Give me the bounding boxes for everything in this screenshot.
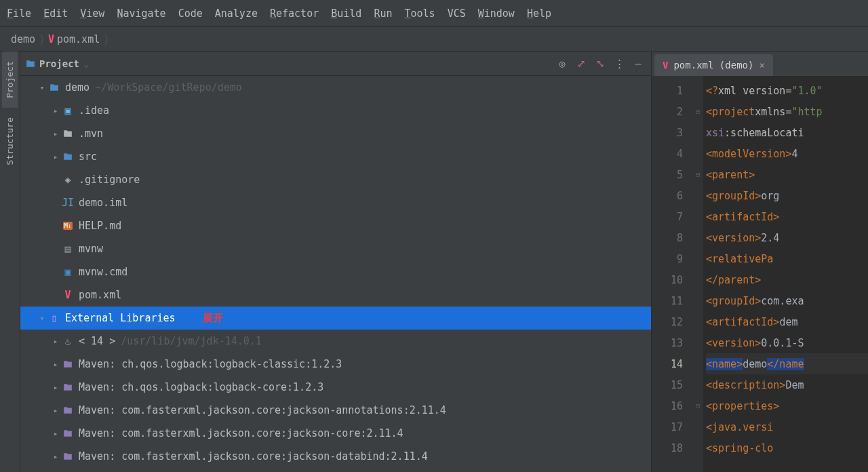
line-number[interactable]: 14 bbox=[656, 353, 683, 374]
tree-row[interactable]: ▸src bbox=[20, 145, 651, 168]
disclosure-arrow[interactable]: ▸ bbox=[50, 452, 61, 461]
disclosure-arrow[interactable]: ▸ bbox=[50, 130, 61, 138]
code-line[interactable]: <java.versi bbox=[706, 416, 868, 437]
code-line[interactable]: <version>2.4 bbox=[706, 227, 868, 248]
folder-icon bbox=[26, 59, 35, 68]
line-number[interactable]: 12 bbox=[656, 311, 683, 332]
code-line[interactable]: <parent> bbox=[706, 164, 868, 185]
code-line[interactable]: <modelVersion>4 bbox=[706, 143, 868, 164]
editor-tabs: V pom.xml (demo) × bbox=[652, 52, 868, 76]
code-line[interactable]: <properties> bbox=[706, 395, 868, 416]
tree-row[interactable]: Vpom.xml bbox=[20, 283, 651, 307]
file-icon: V bbox=[61, 289, 75, 301]
line-number[interactable]: 13 bbox=[656, 332, 683, 353]
line-number[interactable]: 3 bbox=[656, 122, 683, 143]
line-number[interactable]: 4 bbox=[656, 143, 683, 164]
line-number[interactable]: 1 bbox=[656, 80, 683, 101]
disclosure-arrow[interactable]: ▸ bbox=[50, 360, 61, 369]
line-number[interactable]: 15 bbox=[656, 374, 683, 395]
line-number[interactable]: 10 bbox=[656, 269, 683, 290]
tree-row[interactable]: JIdemo.iml bbox=[20, 191, 651, 214]
line-number[interactable]: 5 bbox=[656, 164, 683, 185]
menu-item-window[interactable]: Window bbox=[478, 7, 515, 20]
line-number[interactable]: 6 bbox=[656, 185, 683, 206]
breadcrumb-root[interactable]: demo bbox=[11, 33, 35, 45]
menu-item-code[interactable]: Code bbox=[178, 7, 203, 20]
tree-row[interactable]: ▸Maven: com.fasterxml.jackson.core:jacks… bbox=[20, 422, 651, 445]
line-number[interactable]: 7 bbox=[656, 206, 683, 227]
menu-item-vcs[interactable]: VCS bbox=[448, 7, 466, 20]
tree-row[interactable]: ◈.gitignore bbox=[20, 168, 651, 191]
tree-row[interactable]: ▣mvnw.cmd bbox=[20, 260, 651, 283]
tree-row[interactable]: ▸Maven: com.fasterxml.jackson.core:jacks… bbox=[20, 445, 651, 468]
line-number[interactable]: 2 bbox=[656, 101, 683, 122]
menu-item-edit[interactable]: Edit bbox=[43, 7, 68, 20]
tree-row[interactable]: ▸Maven: ch.qos.logback:logback-core:1.2.… bbox=[20, 376, 651, 399]
code-line[interactable]: <artifactId>dem bbox=[706, 311, 868, 332]
menu-item-help[interactable]: Help bbox=[527, 7, 551, 20]
code-line[interactable]: <project xmlns="http bbox=[706, 101, 868, 122]
disclosure-arrow[interactable]: ▾ bbox=[37, 83, 47, 92]
minimize-icon[interactable]: — bbox=[631, 56, 646, 71]
code-line[interactable]: <version>0.0.1-S bbox=[706, 332, 868, 353]
tree-row[interactable]: ▸Maven: com.fasterxml.jackson.core:jacks… bbox=[20, 399, 651, 422]
more-icon[interactable]: ⋮ bbox=[612, 56, 627, 71]
menu-item-tools[interactable]: Tools bbox=[404, 7, 435, 20]
expand-icon[interactable]: ⤢ bbox=[574, 56, 589, 71]
fold-marker[interactable]: ⊟ bbox=[692, 101, 703, 122]
tree-row[interactable]: M↓HELP.md bbox=[20, 214, 651, 237]
disclosure-arrow[interactable]: ▸ bbox=[50, 406, 61, 415]
tree-row[interactable]: ▸.mvn bbox=[20, 122, 651, 145]
disclosure-arrow[interactable]: ▸ bbox=[50, 106, 61, 115]
disclosure-arrow[interactable]: ▸ bbox=[50, 429, 61, 438]
tree-row[interactable]: ▸▣.idea bbox=[20, 99, 651, 122]
code-line[interactable]: <groupId>com.exa bbox=[706, 290, 868, 311]
code-line[interactable]: <description>Dem bbox=[706, 374, 868, 395]
maven-icon: V bbox=[48, 33, 54, 45]
collapse-icon[interactable]: ⤡ bbox=[593, 56, 608, 71]
breadcrumb-file[interactable]: pom.xml bbox=[57, 33, 100, 45]
project-tool-tab[interactable]: Project bbox=[2, 52, 18, 108]
line-number[interactable]: 17 bbox=[656, 416, 683, 437]
code-line[interactable]: </parent> bbox=[706, 269, 868, 290]
line-number[interactable]: 16 bbox=[656, 395, 683, 416]
tree-row[interactable]: ▾demo~/WorkSpace/gitRepo/demo bbox=[20, 76, 651, 99]
locate-icon[interactable]: ◎ bbox=[555, 56, 570, 71]
code-line[interactable]: <groupId>org bbox=[706, 185, 868, 206]
tree-path: /usr/lib/jvm/jdk-14.0.1 bbox=[121, 335, 262, 347]
disclosure-arrow[interactable]: ▸ bbox=[50, 337, 61, 346]
code-line[interactable]: xsi:schemaLocati bbox=[706, 122, 868, 143]
menu-item-view[interactable]: View bbox=[80, 7, 104, 20]
menu-item-navigate[interactable]: Navigate bbox=[117, 7, 165, 20]
code-line[interactable]: <spring-clo bbox=[706, 437, 868, 458]
tree-row[interactable]: ▤mvnw bbox=[20, 237, 651, 260]
code-line[interactable]: <name>demo</name bbox=[706, 353, 868, 374]
menu-item-analyze[interactable]: Analyze bbox=[215, 7, 258, 20]
fold-marker[interactable]: ⊟ bbox=[692, 395, 703, 416]
menu-bar: FileEditViewNavigateCodeAnalyzeRefactorB… bbox=[0, 0, 868, 27]
code-line[interactable]: <relativePa bbox=[706, 248, 868, 269]
line-number[interactable]: 8 bbox=[656, 227, 683, 248]
tree-row[interactable]: ▾▯External Libraries展开 bbox=[20, 307, 651, 330]
disclosure-arrow[interactable]: ▾ bbox=[37, 314, 47, 323]
tree-row[interactable]: ▸♨< 14 >/usr/lib/jvm/jdk-14.0.1 bbox=[20, 330, 651, 353]
editor-body[interactable]: 123456789101112131415161718 ⊟⊟⊟ <?xml ve… bbox=[652, 76, 868, 472]
menu-item-build[interactable]: Build bbox=[331, 7, 361, 20]
code-line[interactable]: <artifactId> bbox=[706, 206, 868, 227]
menu-item-file[interactable]: File bbox=[7, 7, 31, 20]
editor-tab-pom[interactable]: V pom.xml (demo) × bbox=[654, 54, 773, 76]
menu-item-refactor[interactable]: Refactor bbox=[270, 7, 319, 20]
disclosure-arrow[interactable]: ▸ bbox=[50, 153, 61, 161]
menu-item-run[interactable]: Run bbox=[374, 7, 392, 20]
tree-row[interactable]: ▸Maven: ch.qos.logback:logback-classic:1… bbox=[20, 353, 651, 376]
code-content[interactable]: <?xml version="1.0"<project xmlns="http … bbox=[703, 76, 868, 472]
line-number[interactable]: 11 bbox=[656, 290, 683, 311]
line-number[interactable]: 18 bbox=[656, 437, 683, 458]
line-number[interactable]: 9 bbox=[656, 248, 683, 269]
code-line[interactable]: <?xml version="1.0" bbox=[706, 80, 868, 101]
structure-tool-tab[interactable]: Structure bbox=[2, 108, 18, 174]
disclosure-arrow[interactable]: ▸ bbox=[50, 383, 61, 392]
fold-marker[interactable]: ⊟ bbox=[692, 164, 703, 185]
project-view-selector[interactable]: Project ⌄ bbox=[26, 58, 89, 69]
close-icon[interactable]: × bbox=[759, 60, 764, 71]
